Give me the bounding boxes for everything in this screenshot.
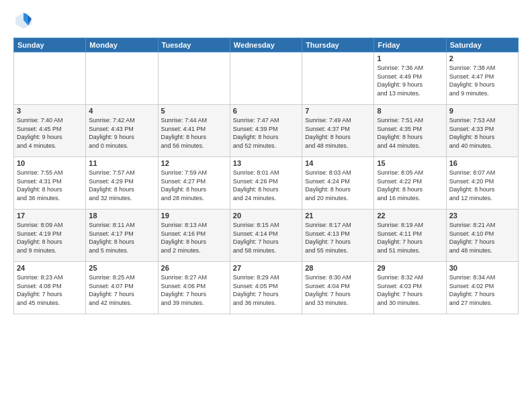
calendar-cell: 8Sunrise: 7:51 AM Sunset: 4:35 PM Daylig… (374, 105, 446, 157)
day-number: 23 (449, 212, 515, 220)
day-info: Sunrise: 7:57 AM Sunset: 4:29 PM Dayligh… (89, 169, 154, 202)
day-info: Sunrise: 7:59 AM Sunset: 4:27 PM Dayligh… (161, 169, 227, 202)
day-info: Sunrise: 8:32 AM Sunset: 4:03 PM Dayligh… (377, 273, 443, 307)
day-info: Sunrise: 8:30 AM Sunset: 4:04 PM Dayligh… (305, 273, 371, 307)
day-number: 29 (377, 264, 443, 272)
calendar-cell: 28Sunrise: 8:30 AM Sunset: 4:04 PM Dayli… (302, 262, 374, 314)
calendar-header-row: SundayMondayTuesdayWednesdayThursdayFrid… (14, 38, 519, 52)
calendar-cell: 13Sunrise: 8:01 AM Sunset: 4:26 PM Dayli… (230, 157, 302, 210)
calendar-cell (86, 52, 158, 105)
day-number: 13 (233, 159, 299, 167)
day-info: Sunrise: 8:25 AM Sunset: 4:07 PM Dayligh… (89, 273, 154, 307)
day-number: 11 (89, 159, 154, 167)
day-info: Sunrise: 8:17 AM Sunset: 4:13 PM Dayligh… (305, 221, 371, 255)
calendar-cell: 26Sunrise: 8:27 AM Sunset: 4:06 PM Dayli… (158, 262, 230, 314)
day-info: Sunrise: 7:40 AM Sunset: 4:45 PM Dayligh… (17, 116, 83, 150)
calendar-cell: 6Sunrise: 7:47 AM Sunset: 4:39 PM Daylig… (230, 105, 302, 157)
calendar-week-2: 3Sunrise: 7:40 AM Sunset: 4:45 PM Daylig… (14, 105, 519, 157)
calendar-week-5: 24Sunrise: 8:23 AM Sunset: 4:08 PM Dayli… (14, 262, 519, 314)
day-info: Sunrise: 7:38 AM Sunset: 4:47 PM Dayligh… (449, 64, 515, 97)
calendar-week-4: 17Sunrise: 8:09 AM Sunset: 4:19 PM Dayli… (14, 210, 519, 262)
day-info: Sunrise: 7:36 AM Sunset: 4:49 PM Dayligh… (377, 64, 443, 97)
calendar-cell: 2Sunrise: 7:38 AM Sunset: 4:47 PM Daylig… (446, 52, 518, 105)
day-info: Sunrise: 8:23 AM Sunset: 4:08 PM Dayligh… (17, 273, 83, 307)
calendar-cell: 11Sunrise: 7:57 AM Sunset: 4:29 PM Dayli… (86, 157, 158, 210)
calendar-cell: 23Sunrise: 8:21 AM Sunset: 4:10 PM Dayli… (446, 210, 518, 262)
day-number: 1 (377, 54, 443, 62)
day-info: Sunrise: 8:01 AM Sunset: 4:26 PM Dayligh… (233, 169, 299, 202)
day-number: 4 (89, 107, 154, 115)
day-info: Sunrise: 8:15 AM Sunset: 4:14 PM Dayligh… (233, 221, 299, 255)
day-number: 12 (161, 159, 227, 167)
day-number: 19 (161, 212, 227, 220)
day-number: 21 (305, 212, 371, 220)
day-number: 6 (233, 107, 299, 115)
day-number: 25 (89, 264, 154, 272)
calendar-cell: 4Sunrise: 7:42 AM Sunset: 4:43 PM Daylig… (86, 105, 158, 157)
calendar-cell: 19Sunrise: 8:13 AM Sunset: 4:16 PM Dayli… (158, 210, 230, 262)
calendar-cell: 18Sunrise: 8:11 AM Sunset: 4:17 PM Dayli… (86, 210, 158, 262)
calendar-cell (14, 52, 86, 105)
day-number: 15 (377, 159, 443, 167)
logo (13, 11, 36, 31)
day-number: 26 (161, 264, 227, 272)
day-number: 9 (449, 107, 515, 115)
day-number: 27 (233, 264, 299, 272)
calendar-header-saturday: Saturday (446, 38, 518, 52)
day-number: 18 (89, 212, 154, 220)
day-number: 2 (449, 54, 515, 62)
day-info: Sunrise: 8:27 AM Sunset: 4:06 PM Dayligh… (161, 273, 227, 307)
day-info: Sunrise: 7:44 AM Sunset: 4:41 PM Dayligh… (161, 116, 227, 150)
calendar-week-3: 10Sunrise: 7:55 AM Sunset: 4:31 PM Dayli… (14, 157, 519, 210)
day-info: Sunrise: 7:51 AM Sunset: 4:35 PM Dayligh… (377, 116, 443, 150)
calendar-cell: 16Sunrise: 8:07 AM Sunset: 4:20 PM Dayli… (446, 157, 518, 210)
calendar-cell: 14Sunrise: 8:03 AM Sunset: 4:24 PM Dayli… (302, 157, 374, 210)
day-info: Sunrise: 8:07 AM Sunset: 4:20 PM Dayligh… (449, 169, 515, 202)
calendar-cell: 17Sunrise: 8:09 AM Sunset: 4:19 PM Dayli… (14, 210, 86, 262)
calendar-cell: 29Sunrise: 8:32 AM Sunset: 4:03 PM Dayli… (374, 262, 446, 314)
calendar-cell (158, 52, 230, 105)
calendar-header-tuesday: Tuesday (158, 38, 230, 52)
day-number: 22 (377, 212, 443, 220)
day-number: 8 (377, 107, 443, 115)
day-number: 30 (449, 264, 515, 272)
calendar-cell: 21Sunrise: 8:17 AM Sunset: 4:13 PM Dayli… (302, 210, 374, 262)
day-info: Sunrise: 7:47 AM Sunset: 4:39 PM Dayligh… (233, 116, 299, 150)
day-info: Sunrise: 8:09 AM Sunset: 4:19 PM Dayligh… (17, 221, 83, 255)
calendar-cell: 24Sunrise: 8:23 AM Sunset: 4:08 PM Dayli… (14, 262, 86, 314)
day-info: Sunrise: 8:03 AM Sunset: 4:24 PM Dayligh… (305, 169, 371, 202)
calendar-cell: 1Sunrise: 7:36 AM Sunset: 4:49 PM Daylig… (374, 52, 446, 105)
day-info: Sunrise: 8:21 AM Sunset: 4:10 PM Dayligh… (449, 221, 515, 255)
day-info: Sunrise: 8:19 AM Sunset: 4:11 PM Dayligh… (377, 221, 443, 255)
calendar-cell: 22Sunrise: 8:19 AM Sunset: 4:11 PM Dayli… (374, 210, 446, 262)
calendar-cell: 5Sunrise: 7:44 AM Sunset: 4:41 PM Daylig… (158, 105, 230, 157)
calendar-week-1: 1Sunrise: 7:36 AM Sunset: 4:49 PM Daylig… (14, 52, 519, 105)
day-number: 5 (161, 107, 227, 115)
calendar-cell: 10Sunrise: 7:55 AM Sunset: 4:31 PM Dayli… (14, 157, 86, 210)
calendar-cell: 30Sunrise: 8:34 AM Sunset: 4:02 PM Dayli… (446, 262, 518, 314)
day-number: 17 (17, 212, 83, 220)
calendar-cell: 20Sunrise: 8:15 AM Sunset: 4:14 PM Dayli… (230, 210, 302, 262)
logo-icon (13, 11, 34, 31)
day-info: Sunrise: 7:53 AM Sunset: 4:33 PM Dayligh… (449, 116, 515, 150)
day-number: 28 (305, 264, 371, 272)
day-number: 10 (17, 159, 83, 167)
day-number: 14 (305, 159, 371, 167)
day-info: Sunrise: 7:49 AM Sunset: 4:37 PM Dayligh… (305, 116, 371, 150)
day-number: 24 (17, 264, 83, 272)
calendar-cell: 25Sunrise: 8:25 AM Sunset: 4:07 PM Dayli… (86, 262, 158, 314)
calendar-header-monday: Monday (86, 38, 158, 52)
calendar-table: SundayMondayTuesdayWednesdayThursdayFrid… (13, 38, 519, 314)
calendar-header-wednesday: Wednesday (230, 38, 302, 52)
day-info: Sunrise: 8:13 AM Sunset: 4:16 PM Dayligh… (161, 221, 227, 255)
calendar-header-sunday: Sunday (14, 38, 86, 52)
calendar-cell: 3Sunrise: 7:40 AM Sunset: 4:45 PM Daylig… (14, 105, 86, 157)
calendar-cell: 27Sunrise: 8:29 AM Sunset: 4:05 PM Dayli… (230, 262, 302, 314)
calendar-cell (302, 52, 374, 105)
calendar-cell (230, 52, 302, 105)
calendar-cell: 12Sunrise: 7:59 AM Sunset: 4:27 PM Dayli… (158, 157, 230, 210)
day-info: Sunrise: 8:11 AM Sunset: 4:17 PM Dayligh… (89, 221, 154, 255)
page: SundayMondayTuesdayWednesdayThursdayFrid… (0, 0, 532, 411)
day-info: Sunrise: 8:29 AM Sunset: 4:05 PM Dayligh… (233, 273, 299, 307)
day-info: Sunrise: 7:55 AM Sunset: 4:31 PM Dayligh… (17, 169, 83, 202)
